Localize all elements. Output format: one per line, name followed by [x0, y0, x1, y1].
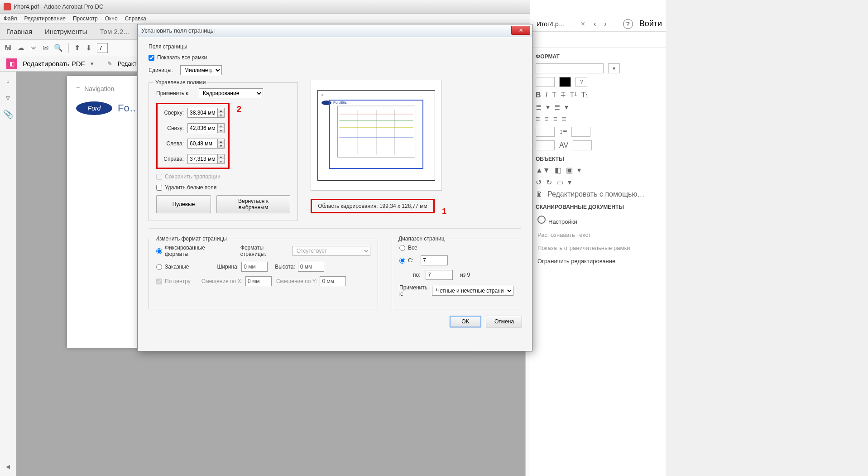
subscript-icon[interactable]: T₁: [581, 91, 589, 99]
custom-label: Заказные: [165, 264, 189, 270]
from-radio[interactable]: [399, 258, 405, 264]
align-center-icon[interactable]: ≡: [544, 115, 548, 123]
apply-to-select[interactable]: Кадрирование: [199, 88, 263, 98]
page-formats-select[interactable]: Отсутствует: [293, 246, 370, 256]
pages-icon[interactable]: ▫: [6, 77, 9, 87]
crop-info-box: Область кадрирования: 199,34 x 128,77 мм: [311, 199, 435, 213]
cloud-icon[interactable]: ☁: [17, 43, 24, 52]
expand-rail-icon[interactable]: ◂: [6, 462, 10, 471]
page-number-input[interactable]: [97, 43, 108, 53]
revert-button[interactable]: Вернуться к выбранным: [216, 195, 290, 213]
custom-radio[interactable]: [156, 264, 162, 270]
search-icon[interactable]: 🔍: [54, 43, 63, 52]
left-down[interactable]: ▼: [218, 144, 224, 148]
page-formats-label: Форматы страницы:: [240, 245, 290, 257]
tab-next-icon[interactable]: ›: [601, 19, 609, 29]
color-swatch[interactable]: [559, 77, 571, 87]
close-tab-icon[interactable]: ×: [581, 20, 585, 28]
fixed-radio[interactable]: [156, 248, 162, 254]
align-left-icon[interactable]: ≡: [536, 115, 540, 123]
tab-home[interactable]: Главная: [0, 28, 38, 35]
align-icon[interactable]: ▣: [566, 166, 573, 174]
settings-link[interactable]: Настройки: [548, 218, 577, 225]
rotate-right-icon[interactable]: ↻: [546, 178, 552, 187]
align-justify-icon[interactable]: ≡: [562, 115, 566, 123]
menu-help[interactable]: Справка: [125, 15, 146, 22]
units-select[interactable]: Миллиметры: [180, 65, 222, 75]
font-opts-icon[interactable]: ▾: [608, 63, 620, 73]
tab-prev-icon[interactable]: ‹: [591, 19, 599, 29]
all-radio[interactable]: [399, 245, 405, 251]
annotation-2: 2: [237, 105, 241, 114]
cancel-button[interactable]: Отмена: [486, 316, 522, 327]
menu-window[interactable]: Окно: [105, 15, 118, 22]
attachment-icon[interactable]: 📎: [3, 109, 13, 119]
list-number-icon[interactable]: ≣: [554, 103, 560, 111]
top-input[interactable]: [187, 108, 217, 118]
edit-with-link[interactable]: Редактировать с помощью…: [547, 190, 644, 198]
tab-tools[interactable]: Инструменты: [38, 28, 94, 35]
strike-icon[interactable]: T: [561, 91, 566, 99]
size-combo[interactable]: [536, 77, 555, 87]
italic-icon[interactable]: I: [546, 91, 547, 99]
remove-white-checkbox[interactable]: [156, 185, 162, 191]
login-link[interactable]: Войти: [639, 19, 662, 29]
page-down-icon[interactable]: ⬇: [86, 43, 91, 52]
font-combo[interactable]: [536, 63, 604, 73]
page-up-icon[interactable]: ⬆: [74, 43, 80, 52]
bookmark-icon[interactable]: ▿: [6, 93, 10, 103]
top-up[interactable]: ▲: [218, 108, 224, 113]
menu-file[interactable]: Файл: [4, 15, 17, 22]
right-input[interactable]: [187, 154, 217, 164]
spacing-combo-2[interactable]: [571, 127, 590, 137]
indent-combo-1[interactable]: [536, 140, 555, 150]
print-icon[interactable]: 🖶: [30, 44, 37, 52]
restrict-edit-link[interactable]: Ограничить редактирование: [537, 258, 658, 264]
indent-combo-2[interactable]: [573, 140, 592, 150]
preview-box: ≡ FordEtis: [311, 80, 442, 191]
right-up[interactable]: ▲: [218, 154, 224, 159]
show-bounds-link[interactable]: Показать ограничительные рамки: [537, 245, 658, 251]
dialog-close-button[interactable]: ✕: [511, 26, 530, 35]
menu-view[interactable]: Просмотр: [73, 15, 98, 22]
superscript-icon[interactable]: T¹: [570, 91, 577, 99]
rotate-left-icon[interactable]: ↺: [536, 178, 542, 187]
dialog-titlebar[interactable]: Установить поля страницы ✕: [138, 24, 532, 37]
bottom-input[interactable]: [187, 123, 217, 133]
spacing-combo-1[interactable]: [536, 127, 555, 137]
recognize-text-link[interactable]: Распознавать текст: [537, 231, 658, 238]
mail-icon[interactable]: ✉: [43, 43, 48, 52]
align-right-icon[interactable]: ≡: [553, 115, 557, 123]
color-picker-icon[interactable]: ?: [575, 77, 587, 87]
mirror-icon[interactable]: ▲▼: [536, 166, 550, 174]
from-input[interactable]: [421, 255, 448, 265]
menu-edit[interactable]: Редактирование: [24, 15, 66, 22]
active-doc-tab[interactable]: Итог4.p…: [534, 20, 576, 28]
left-input[interactable]: [187, 139, 217, 149]
frame-icon[interactable]: ▭: [556, 178, 563, 187]
show-frames-checkbox[interactable]: [149, 55, 154, 61]
keep-ratio-label: Сохранить пропорции: [165, 173, 221, 180]
bottom-up[interactable]: ▲: [218, 124, 224, 128]
kerning-icon[interactable]: AV: [559, 141, 568, 149]
help-icon[interactable]: ?: [623, 19, 633, 29]
bold-icon[interactable]: B: [536, 91, 541, 99]
line-height-icon[interactable]: ↕≡: [559, 128, 567, 136]
ok-button[interactable]: OK: [450, 316, 481, 327]
crop-obj-icon[interactable]: ◧: [555, 166, 561, 174]
to-input[interactable]: [426, 270, 453, 280]
edit-text-icon[interactable]: ✎: [107, 60, 112, 67]
right-down[interactable]: ▼: [218, 159, 224, 163]
save-icon[interactable]: 🖫: [5, 44, 12, 52]
change-size-legend: Изменить формат страницы: [153, 236, 229, 242]
underline-icon[interactable]: T: [552, 91, 556, 99]
apply-range-select[interactable]: Четные и нечетные страницы: [432, 286, 513, 296]
doc-tab-1[interactable]: Том 2.2…: [94, 25, 137, 38]
zero-button[interactable]: Нулевые: [156, 195, 211, 213]
list-bullet-icon[interactable]: ≣: [536, 103, 542, 111]
show-frames-label: Показать все рамки: [157, 54, 207, 61]
left-up[interactable]: ▲: [218, 139, 224, 144]
hamburger-icon: ≡: [76, 85, 80, 92]
bottom-down[interactable]: ▼: [218, 128, 224, 133]
top-down[interactable]: ▼: [218, 113, 224, 117]
